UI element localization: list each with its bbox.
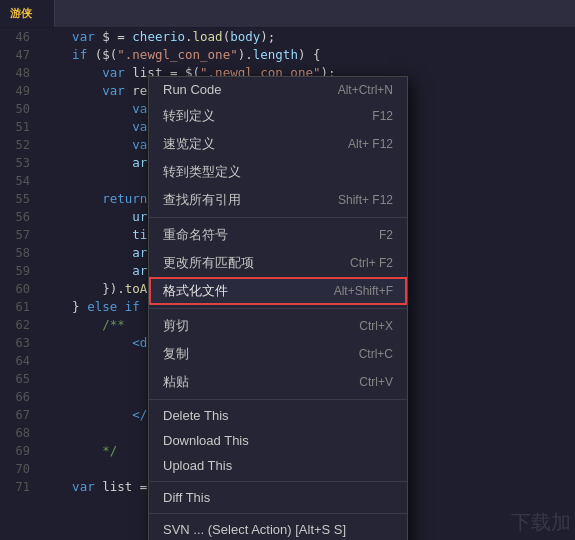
line-number: 48 (0, 64, 38, 82)
code-line: 47 if ($(".newgl_con_one").length) { (0, 46, 575, 64)
line-number: 60 (0, 280, 38, 298)
menu-item-diff-this[interactable]: Diff This (149, 485, 407, 510)
line-number: 65 (0, 370, 38, 388)
menu-item-label: Run Code (163, 82, 222, 97)
menu-item-svn-action[interactable]: SVN ... (Select Action) [Alt+S S] (149, 517, 407, 540)
menu-item-upload-this[interactable]: Upload This (149, 453, 407, 478)
line-number: 47 (0, 46, 38, 64)
menu-item-label: 格式化文件 (163, 282, 228, 300)
menu-separator (149, 481, 407, 482)
line-number: 64 (0, 352, 38, 370)
line-number: 51 (0, 118, 38, 136)
line-number: 58 (0, 244, 38, 262)
menu-item-label: 复制 (163, 345, 189, 363)
menu-item-download-this[interactable]: Download This (149, 428, 407, 453)
menu-item-label: 更改所有匹配项 (163, 254, 254, 272)
menu-item-goto-type[interactable]: 转到类型定义 (149, 158, 407, 186)
line-number: 46 (0, 28, 38, 46)
line-content: return { (38, 190, 162, 208)
menu-item-copy[interactable]: 复制Ctrl+C (149, 340, 407, 368)
tab-bar: 游侠 (0, 0, 575, 28)
menu-item-delete-this[interactable]: Delete This (149, 403, 407, 428)
menu-item-paste[interactable]: 粘贴Ctrl+V (149, 368, 407, 396)
menu-item-label: 剪切 (163, 317, 189, 335)
line-content (38, 172, 42, 190)
line-number: 71 (0, 478, 38, 496)
line-number: 69 (0, 442, 38, 460)
menu-item-find-refs[interactable]: 查找所有引用Shift+ F12 (149, 186, 407, 214)
line-number: 63 (0, 334, 38, 352)
menu-item-label: 粘贴 (163, 373, 189, 391)
menu-item-shortcut: Alt+Shift+F (334, 284, 393, 298)
menu-item-label: 转到类型定义 (163, 163, 241, 181)
menu-item-run-code[interactable]: Run CodeAlt+Ctrl+N (149, 77, 407, 102)
line-number: 56 (0, 208, 38, 226)
line-content: var $ = cheerio.load(body); (38, 28, 275, 46)
line-number: 54 (0, 172, 38, 190)
line-number: 59 (0, 262, 38, 280)
line-number: 57 (0, 226, 38, 244)
menu-separator (149, 513, 407, 514)
line-content: if ($(".newgl_con_one").length) { (38, 46, 321, 64)
editor-area: 46 var $ = cheerio.load(body);47 if ($("… (0, 28, 575, 540)
menu-item-label: 转到定义 (163, 107, 215, 125)
menu-item-cut[interactable]: 剪切Ctrl+X (149, 312, 407, 340)
menu-item-label: 查找所有引用 (163, 191, 241, 209)
line-number: 62 (0, 316, 38, 334)
code-line: 46 var $ = cheerio.load(body); (0, 28, 575, 46)
menu-item-label: 重命名符号 (163, 226, 228, 244)
line-number: 49 (0, 82, 38, 100)
line-content (38, 460, 42, 478)
watermark: 下载加 (511, 509, 571, 536)
menu-separator (149, 308, 407, 309)
menu-item-format[interactable]: 格式化文件Alt+Shift+F (149, 277, 407, 305)
editor-tab[interactable]: 游侠 (0, 0, 55, 27)
menu-item-peek-def[interactable]: 速览定义Alt+ F12 (149, 130, 407, 158)
menu-separator (149, 399, 407, 400)
line-number: 55 (0, 190, 38, 208)
menu-item-shortcut: F12 (372, 109, 393, 123)
menu-item-label: Delete This (163, 408, 229, 423)
js-icon: 游侠 (10, 6, 32, 21)
menu-item-shortcut: F2 (379, 228, 393, 242)
line-content (38, 424, 42, 442)
line-number: 53 (0, 154, 38, 172)
menu-item-shortcut: Ctrl+X (359, 319, 393, 333)
menu-item-shortcut: Ctrl+ F2 (350, 256, 393, 270)
menu-item-shortcut: Alt+Ctrl+N (338, 83, 393, 97)
menu-item-shortcut: Ctrl+C (359, 347, 393, 361)
line-number: 70 (0, 460, 38, 478)
menu-item-shortcut: Alt+ F12 (348, 137, 393, 151)
menu-item-label: Upload This (163, 458, 232, 473)
menu-item-label: SVN ... (Select Action) [Alt+S S] (163, 522, 346, 537)
line-number: 66 (0, 388, 38, 406)
menu-item-label: Download This (163, 433, 249, 448)
line-content: */ (38, 442, 117, 460)
line-number: 50 (0, 100, 38, 118)
menu-item-label: 速览定义 (163, 135, 215, 153)
line-number: 61 (0, 298, 38, 316)
line-number: 67 (0, 406, 38, 424)
menu-item-goto-def[interactable]: 转到定义F12 (149, 102, 407, 130)
menu-item-label: Diff This (163, 490, 210, 505)
menu-item-shortcut: Shift+ F12 (338, 193, 393, 207)
menu-item-rename[interactable]: 重命名符号F2 (149, 221, 407, 249)
line-content: url: (38, 208, 162, 226)
menu-separator (149, 217, 407, 218)
context-menu: Run CodeAlt+Ctrl+N转到定义F12速览定义Alt+ F12转到类… (148, 76, 408, 540)
line-content: /** (38, 316, 125, 334)
menu-item-change-all[interactable]: 更改所有匹配项Ctrl+ F2 (149, 249, 407, 277)
line-number: 52 (0, 136, 38, 154)
line-number: 68 (0, 424, 38, 442)
menu-item-shortcut: Ctrl+V (359, 375, 393, 389)
